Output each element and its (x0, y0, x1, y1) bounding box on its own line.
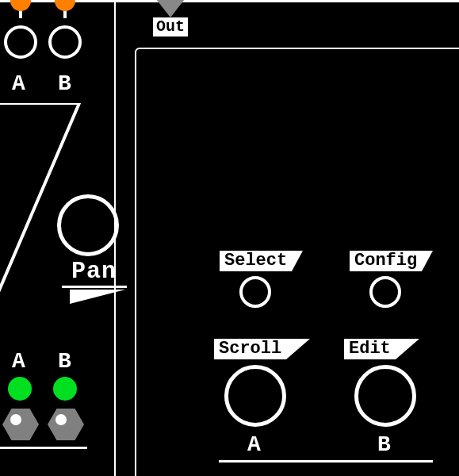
scroll-sublabel: A (247, 432, 262, 457)
edit-knob[interactable] (354, 365, 416, 427)
scroll-label: Scroll (214, 339, 286, 359)
scroll-knob[interactable] (224, 365, 286, 427)
led-green-a (8, 377, 32, 401)
pan-knob[interactable] (57, 194, 119, 256)
config-button[interactable] (369, 276, 401, 308)
jack-a[interactable] (4, 25, 37, 59)
led-green-b (53, 377, 77, 401)
select-button[interactable] (239, 276, 271, 308)
jack-a-label: A (12, 71, 26, 96)
edit-sublabel: B (377, 432, 392, 457)
bottom-rail (219, 460, 433, 463)
out-label: Out (153, 17, 188, 36)
lower-led-b-label: B (58, 349, 72, 374)
pan-label: Pan (71, 258, 117, 285)
hex-nut-b (48, 409, 84, 440)
pan-wedge-icon (70, 290, 125, 304)
out-arrow-icon (153, 0, 188, 17)
left-panel-seam (114, 2, 116, 476)
jack-b[interactable] (48, 25, 82, 59)
select-label: Select (220, 251, 292, 271)
config-label: Config (350, 251, 422, 271)
jack-b-label: B (58, 71, 72, 96)
edit-label: Edit (344, 339, 396, 359)
pan-underline (62, 286, 127, 288)
lower-left-rail (0, 447, 87, 449)
hex-nut-a (2, 409, 39, 440)
led-orange-b (55, 0, 75, 11)
lower-led-a-label: A (12, 349, 26, 374)
led-orange-a (10, 0, 31, 11)
